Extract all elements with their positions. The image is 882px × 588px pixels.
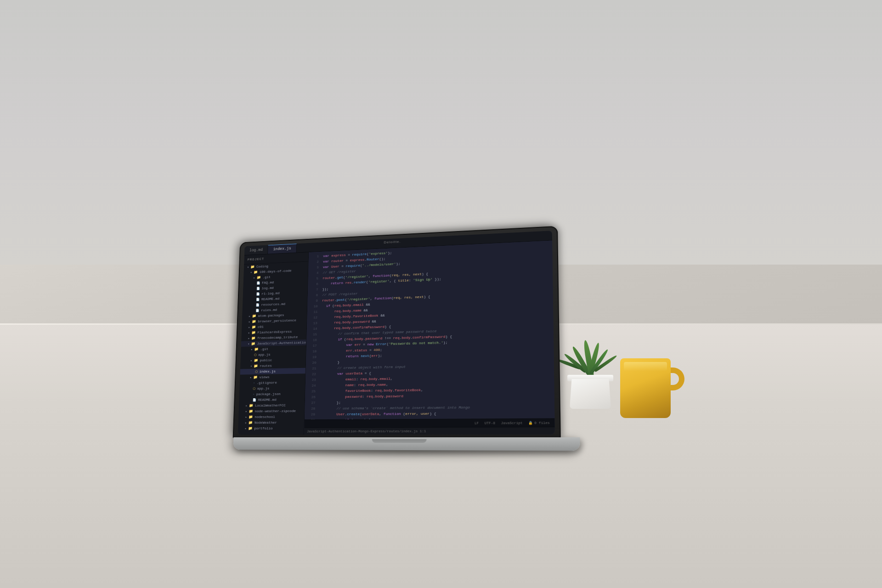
status-files: 🔒 0 files (528, 421, 549, 425)
sidebar-label: views (259, 375, 269, 379)
sidebar-label: freecodecamp_tribute (257, 335, 298, 340)
sidebar-label: README.md (261, 297, 280, 301)
sidebar-label: package.json (256, 392, 281, 396)
sidebar-item-portfolio[interactable]: ▸📁 portfolio (238, 425, 304, 431)
tab-log-label: log.md (249, 248, 263, 252)
path-label: JavaScript-Authentication-Mongo-Express/… (307, 429, 426, 433)
sidebar-label: resources.md (261, 302, 285, 306)
laptop-screen-bezel: log.md index.js Project (238, 231, 555, 435)
path-bar: JavaScript-Authentication-Mongo-Express/… (304, 427, 555, 435)
status-line-ending: LF (475, 421, 479, 425)
yellow-mug (620, 354, 675, 418)
code-content: 1234567891011121314151617181920212223242… (305, 241, 554, 420)
ide-tab-index[interactable]: index.js (268, 243, 296, 254)
ide-body: Project ▾📁 Coding ▾📁 100-days-of-code (238, 241, 555, 435)
sidebar-label: LocalWeatherFCC (255, 403, 286, 407)
encoding-label: UTF-8 (485, 421, 495, 425)
laptop-lid: log.md index.js Project (233, 226, 561, 438)
sidebar-label: NodeWeather (254, 420, 277, 424)
sidebar-item-nodeweather[interactable]: ▸📁 NodeWeather (238, 419, 304, 425)
sidebar-label: .gitignore (256, 380, 277, 384)
sidebar-label: browser_persistence (258, 318, 296, 323)
sidebar-item-nodeweather-zip[interactable]: ▸📁 node-weather-zipcode (238, 408, 304, 414)
sidebar-label: rules.md (261, 308, 277, 312)
sidebar-label: .git (260, 347, 268, 351)
laptop-base (233, 437, 580, 451)
sidebar-label: Coding (256, 264, 268, 268)
scene: log.md index.js Project (0, 0, 882, 588)
sidebar-label: portfolio (254, 426, 272, 430)
sidebar-label: nodeschool (254, 415, 275, 419)
sidebar-label: c01 (258, 325, 264, 329)
sidebar-label: app.js (258, 352, 271, 356)
ide-sidebar: Project ▾📁 Coding ▾📁 100-days-of-code (238, 252, 309, 435)
laptop: log.md index.js Project (225, 227, 574, 450)
code-lines: var express = require('express'); var ro… (317, 242, 555, 418)
mug-body (620, 358, 671, 418)
status-encoding: UTF-8 (485, 421, 495, 425)
files-label: 0 files (534, 421, 550, 424)
sidebar-label: README.md (258, 398, 277, 402)
ide-code: 1234567891011121314151617181920212223242… (304, 241, 555, 435)
language-label: JavaScript (501, 421, 522, 425)
status-language: JavaScript (501, 421, 522, 425)
sidebar-label: log.md (262, 286, 274, 290)
sidebar-label: public (260, 358, 272, 362)
wall-background (0, 0, 882, 265)
sidebar-label: JavaScript-Authentication (257, 340, 308, 345)
sidebar-label: node-weather-zipcode (255, 409, 296, 413)
sidebar-item-nodeschool[interactable]: ▸📁 nodeschool (238, 414, 304, 420)
pot-body (570, 379, 611, 409)
sidebar-label: FAQ.md (262, 280, 274, 284)
status-bar: LF UTF-8 JavaScript 🔒 (304, 418, 554, 428)
sidebar-label: routes (260, 364, 272, 368)
sidebar-label: atom-packages (258, 313, 284, 318)
sidebar-label: index.js (260, 369, 276, 373)
sidebar-label: .git (262, 275, 271, 279)
sidebar-label: r1-log.md (261, 291, 280, 296)
laptop-screen-wrapper: log.md index.js Project (233, 226, 561, 438)
sidebar-label: FlashcardsExpress (257, 329, 292, 334)
laptop-base-wrapper (233, 437, 580, 451)
line-ending-label: LF (475, 421, 479, 425)
files-icon: 🔒 (528, 421, 533, 425)
sidebar-item-localweather[interactable]: ▸📁 LocalWeatherFCC (239, 402, 305, 409)
sidebar-label: app.js (257, 386, 270, 390)
ide-tab-log[interactable]: log.md (244, 245, 268, 255)
ide-screen: log.md index.js Project (238, 231, 555, 435)
tab-index-label: index.js (273, 246, 291, 251)
